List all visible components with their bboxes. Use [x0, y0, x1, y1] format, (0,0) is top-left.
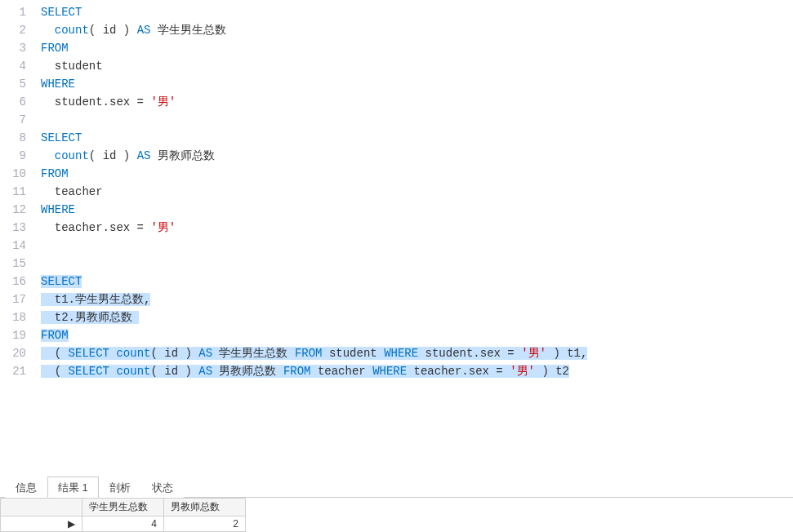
code-token: WHERE: [384, 347, 418, 360]
code-line[interactable]: SELECT: [41, 273, 793, 290]
code-token: ( id ): [150, 347, 198, 360]
code-token: count: [55, 24, 89, 37]
code-line[interactable]: ( SELECT count( id ) AS 男教师总数 FROM teach…: [41, 362, 793, 380]
results-panel: 学生男生总数男教师总数▶42: [0, 498, 793, 532]
line-number: 6: [0, 93, 26, 111]
code-line[interactable]: student: [41, 57, 793, 75]
column-header[interactable]: 男教师总数: [164, 499, 246, 516]
line-number: 12: [0, 201, 26, 219]
row-handle[interactable]: ▶: [1, 516, 82, 532]
line-number: 9: [0, 147, 26, 165]
code-token: SELECT: [41, 275, 82, 288]
code-line[interactable]: teacher.sex = '男': [41, 219, 793, 237]
code-token: teacher.sex =: [41, 221, 150, 234]
sql-editor[interactable]: 123456789101112131415161718192021 SELECT…: [0, 0, 793, 477]
line-number: 2: [0, 21, 26, 39]
line-number: 1: [0, 3, 26, 21]
code-token: AS: [137, 24, 151, 37]
code-token: t1.学生男生总数,: [41, 293, 150, 306]
code-token: FROM: [41, 42, 69, 55]
code-line[interactable]: t2.男教师总数: [41, 308, 793, 326]
line-number-gutter: 123456789101112131415161718192021: [0, 0, 33, 477]
tab-2[interactable]: 剖析: [99, 477, 141, 498]
line-number: 5: [0, 75, 26, 93]
table-cell[interactable]: 4: [82, 516, 164, 532]
code-line[interactable]: [41, 111, 793, 129]
row-handle-header: [1, 499, 82, 516]
tab-3[interactable]: 状态: [141, 477, 184, 498]
line-number: 19: [0, 326, 26, 344]
code-token: FROM: [295, 347, 323, 360]
code-token: ( id ): [150, 365, 198, 378]
code-line[interactable]: [41, 255, 793, 273]
code-token: FROM: [283, 365, 311, 378]
code-token: 男教师总数: [212, 365, 283, 378]
line-number: 18: [0, 308, 26, 326]
code-token: FROM: [41, 167, 69, 180]
code-token: SELECT: [41, 131, 82, 144]
code-token: WHERE: [41, 203, 75, 216]
result-tabs: 信息结果 1剖析状态: [0, 477, 793, 498]
code-token: FROM: [41, 329, 69, 342]
code-token: [41, 24, 55, 37]
code-token: 男教师总数: [150, 149, 214, 162]
code-token: count: [116, 347, 150, 360]
code-token: count: [116, 365, 150, 378]
code-line[interactable]: ( SELECT count( id ) AS 学生男生总数 FROM stud…: [41, 344, 793, 362]
tab-0[interactable]: 信息: [5, 477, 47, 498]
code-token: student: [41, 60, 103, 73]
code-token: '男': [150, 95, 176, 109]
line-number: 14: [0, 237, 26, 255]
code-token: AS: [198, 347, 212, 360]
code-token: WHERE: [41, 78, 75, 91]
line-number: 7: [0, 111, 26, 129]
code-token: [41, 149, 55, 162]
code-line[interactable]: WHERE: [41, 201, 793, 219]
line-number: 11: [0, 183, 26, 201]
code-line[interactable]: SELECT: [41, 3, 793, 21]
code-line[interactable]: count( id ) AS 男教师总数: [41, 147, 793, 165]
code-line[interactable]: [41, 237, 793, 255]
code-token: '男': [510, 365, 535, 378]
code-line[interactable]: teacher: [41, 183, 793, 201]
table-cell[interactable]: 2: [164, 516, 246, 532]
line-number: 21: [0, 362, 26, 380]
line-number: 15: [0, 255, 26, 273]
code-token: SELECT: [69, 365, 109, 378]
code-area[interactable]: SELECT count( id ) AS 学生男生总数FROM student…: [33, 0, 793, 477]
code-line[interactable]: SELECT: [41, 129, 793, 147]
code-line[interactable]: WHERE: [41, 75, 793, 93]
code-token: SELECT: [41, 6, 82, 19]
code-token: t2.男教师总数: [41, 311, 139, 324]
code-token: SELECT: [69, 347, 109, 360]
code-token: ( id ): [89, 149, 137, 162]
code-token: (: [41, 347, 69, 360]
code-token: teacher.sex =: [407, 365, 510, 378]
code-token: student.sex =: [41, 95, 150, 109]
line-number: 8: [0, 129, 26, 147]
line-number: 17: [0, 290, 26, 308]
code-token: '男': [150, 221, 176, 234]
code-token: (: [41, 365, 69, 378]
code-token: AS: [137, 149, 151, 162]
tab-1[interactable]: 结果 1: [47, 477, 99, 498]
code-token: WHERE: [372, 365, 407, 378]
code-line[interactable]: FROM: [41, 39, 793, 57]
code-line[interactable]: student.sex = '男': [41, 93, 793, 111]
code-token: ) t1,: [546, 347, 587, 360]
code-line[interactable]: t1.学生男生总数,: [41, 290, 793, 308]
code-token: 学生男生总数: [150, 24, 225, 37]
code-token: '男': [521, 347, 546, 360]
column-header[interactable]: 学生男生总数: [82, 499, 164, 516]
code-line[interactable]: FROM: [41, 165, 793, 183]
code-token: 学生男生总数: [212, 347, 295, 360]
code-token: ( id ): [89, 24, 137, 37]
table-row[interactable]: ▶42: [1, 516, 246, 532]
code-token: teacher: [311, 365, 373, 378]
code-line[interactable]: FROM: [41, 326, 793, 344]
results-table[interactable]: 学生男生总数男教师总数▶42: [0, 498, 246, 532]
code-token: ) t2: [535, 365, 569, 378]
code-line[interactable]: count( id ) AS 学生男生总数: [41, 21, 793, 39]
line-number: 20: [0, 344, 26, 362]
code-token: AS: [198, 365, 212, 378]
